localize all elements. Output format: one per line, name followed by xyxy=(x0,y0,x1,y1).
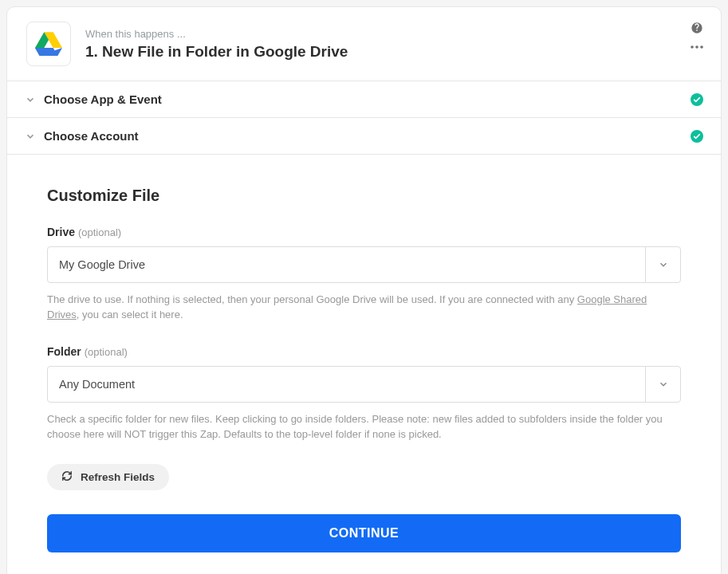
drive-select[interactable]: My Google Drive xyxy=(47,246,681,283)
select-value: Any Document xyxy=(48,367,645,402)
field-help: Check a specific folder for new files. K… xyxy=(47,412,681,442)
folder-select[interactable]: Any Document xyxy=(47,366,681,403)
check-circle-icon xyxy=(691,130,703,143)
step-title: 1. New File in Folder in Google Drive xyxy=(85,43,702,61)
refresh-label: Refresh Fields xyxy=(81,471,155,483)
google-drive-icon xyxy=(26,22,71,66)
field-label: Folder (optional) xyxy=(47,345,681,358)
section-choose-account[interactable]: Choose Account xyxy=(7,118,721,155)
help-text-pre: The drive to use. If nothing is selected… xyxy=(47,293,577,305)
field-help: The drive to use. If nothing is selected… xyxy=(47,293,681,323)
step-eyebrow: When this happens ... xyxy=(85,28,702,40)
header-text: When this happens ... 1. New File in Fol… xyxy=(85,28,702,61)
step-header: When this happens ... 1. New File in Fol… xyxy=(7,7,721,81)
refresh-fields-button[interactable]: Refresh Fields xyxy=(47,464,169,490)
step-card: When this happens ... 1. New File in Fol… xyxy=(6,6,722,574)
svg-point-2 xyxy=(700,45,703,49)
label-optional: (optional) xyxy=(85,346,128,358)
section-choose-app[interactable]: Choose App & Event xyxy=(7,81,721,118)
chevron-down-icon xyxy=(25,131,36,142)
label-optional: (optional) xyxy=(78,226,121,238)
field-folder: Folder (optional) Any Document Check a s… xyxy=(47,345,681,442)
body-title: Customize File xyxy=(47,187,681,205)
chevron-down-icon xyxy=(645,247,680,282)
continue-button[interactable]: CONTINUE xyxy=(47,514,681,552)
chevron-down-icon xyxy=(645,367,680,402)
refresh-icon xyxy=(61,470,73,484)
help-text-post: , you can select it here. xyxy=(77,309,183,320)
select-value: My Google Drive xyxy=(48,247,645,282)
field-label: Drive (optional) xyxy=(47,226,681,238)
section-title: Choose Account xyxy=(44,129,691,143)
section-title: Choose App & Event xyxy=(44,92,691,106)
check-circle-icon xyxy=(691,93,703,106)
more-icon[interactable] xyxy=(691,45,703,49)
chevron-down-icon xyxy=(25,94,36,105)
step-body: Customize File Drive (optional) My Googl… xyxy=(7,155,721,574)
label-text: Drive xyxy=(47,226,75,238)
field-drive: Drive (optional) My Google Drive The dri… xyxy=(47,226,681,323)
header-actions xyxy=(691,22,703,49)
label-text: Folder xyxy=(47,345,81,358)
help-icon[interactable] xyxy=(691,22,703,34)
svg-point-1 xyxy=(695,45,698,49)
svg-point-0 xyxy=(691,45,694,49)
